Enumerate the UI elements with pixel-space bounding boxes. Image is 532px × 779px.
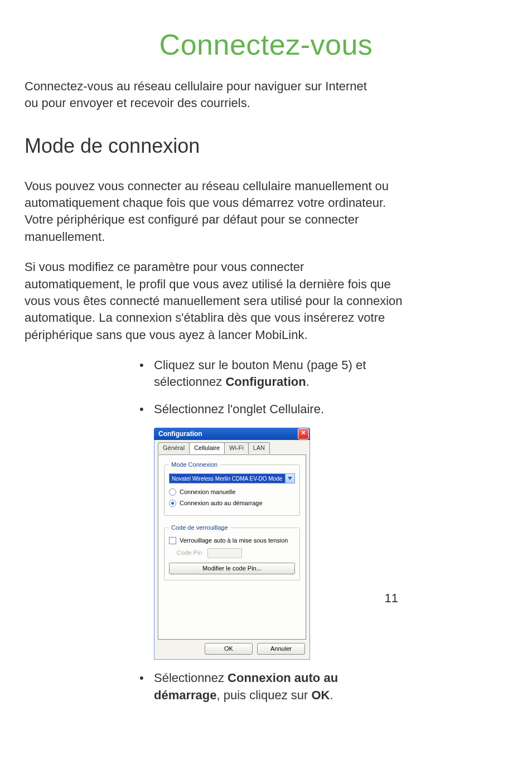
dialog-titlebar: Configuration × (154, 428, 310, 440)
intro-paragraph: Connectez-vous au réseau cellulaire pour… (25, 78, 381, 112)
tab-pane-cellulaire: Mode Connexion Novatel Wireless Merlin C… (158, 454, 306, 640)
step-3-bold-2: OK (311, 688, 330, 702)
auto-lock-row[interactable]: Verrouillage auto à la mise sous tension (169, 536, 295, 545)
manual-page: Connectez-vous Connectez-vous au réseau … (0, 0, 532, 779)
tab-cellulaire[interactable]: Cellulaire (189, 442, 225, 454)
group-lock-legend: Code de verrouillage (169, 524, 230, 532)
modify-pin-button[interactable]: Modifier le code Pin... (169, 563, 295, 574)
paragraph-1: Vous pouvez vous connecter au réseau cel… (25, 178, 404, 245)
auto-lock-checkbox[interactable] (169, 537, 176, 544)
steps-list: Cliquez sur le bouton Menu (page 5) et s… (136, 357, 404, 704)
step-2: Sélectionnez l'onglet Cellulaire. (136, 401, 404, 418)
group-mode-legend: Mode Connexion (169, 461, 220, 469)
pin-label: Code Pin (177, 549, 202, 557)
group-mode-connexion: Mode Connexion Novatel Wireless Merlin C… (164, 461, 300, 516)
dropdown-arrow-button[interactable] (285, 473, 295, 483)
auto-lock-label: Verrouillage auto à la mise sous tension (180, 536, 288, 545)
pin-row: Code Pin (177, 548, 295, 558)
step-1-bold: Configuration (225, 375, 306, 389)
step-1: Cliquez sur le bouton Menu (page 5) et s… (136, 357, 404, 391)
embedded-dialog: Configuration × Général Cellulaire Wi-Fi… (154, 428, 404, 660)
close-button[interactable]: × (298, 428, 309, 439)
radio-auto-row[interactable]: Connexion auto au démarrage (169, 499, 295, 507)
dialog-body: Général Cellulaire Wi-Fi LAN Mode Connex… (154, 440, 310, 660)
device-dropdown[interactable]: Novatel Wireless Merlin CDMA EV-DO Mode (169, 473, 295, 483)
step-2-figure: Configuration × Général Cellulaire Wi-Fi… (136, 428, 404, 660)
radio-manual[interactable] (169, 488, 176, 496)
radio-auto[interactable] (169, 500, 176, 507)
step-1-post: . (306, 375, 309, 389)
tab-lan[interactable]: LAN (248, 442, 270, 454)
section-heading: Mode de connexion (25, 134, 507, 158)
page-number: 11 (385, 591, 398, 606)
group-lock-code: Code de verrouillage Verrouillage auto à… (164, 524, 300, 581)
radio-auto-label: Connexion auto au démarrage (180, 499, 263, 507)
tab-general[interactable]: Général (158, 442, 190, 454)
tab-wifi[interactable]: Wi-Fi (224, 442, 249, 454)
configuration-dialog: Configuration × Général Cellulaire Wi-Fi… (154, 428, 310, 660)
cancel-button[interactable]: Annuler (257, 643, 305, 655)
radio-manual-row[interactable]: Connexion manuelle (169, 488, 295, 496)
step-3-mid: , puis cliquez sur (217, 688, 312, 702)
dialog-title: Configuration (158, 429, 202, 439)
ok-button[interactable]: OK (205, 643, 253, 655)
device-dropdown-value: Novatel Wireless Merlin CDMA EV-DO Mode (169, 473, 285, 483)
radio-manual-label: Connexion manuelle (180, 488, 235, 496)
pin-input[interactable] (207, 548, 242, 558)
page-title: Connectez-vous (25, 28, 507, 61)
step-3: Sélectionnez Connexion auto au démarrage… (136, 670, 404, 704)
paragraph-2: Si vous modifiez ce paramètre pour vous … (25, 259, 404, 343)
step-3-post: . (330, 688, 333, 702)
chevron-down-icon (288, 477, 292, 480)
tabs-row: Général Cellulaire Wi-Fi LAN (158, 442, 306, 454)
step-3-pre: Sélectionnez (154, 671, 228, 685)
dialog-button-row: OK Annuler (158, 640, 306, 656)
